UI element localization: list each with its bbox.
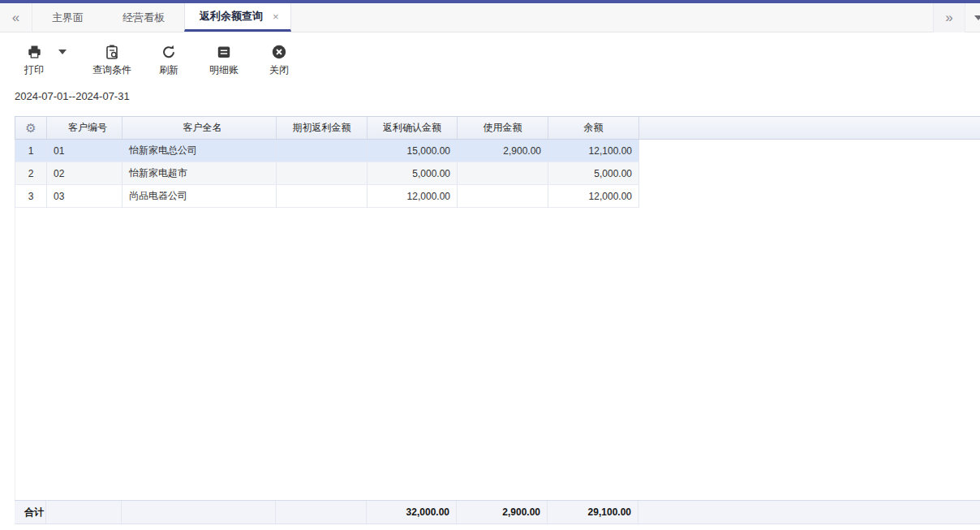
close-button[interactable]: 关闭 — [261, 42, 297, 77]
tabs-scroll-right-icon[interactable]: » — [933, 3, 965, 32]
tab-label: 主界面 — [52, 11, 84, 25]
cell-balance: 5,000.00 — [548, 162, 639, 185]
table-row[interactable]: 3 03 尚品电器公司 12,000.00 12,000.00 — [15, 185, 639, 208]
cell-confirmed-rebate: 12,000.00 — [368, 185, 458, 208]
refresh-button[interactable]: 刷新 — [151, 42, 187, 77]
print-dropdown-caret-icon[interactable] — [58, 50, 67, 54]
query-conditions-label: 查询条件 — [92, 63, 131, 77]
total-empty-cell — [46, 501, 122, 524]
refresh-icon — [161, 42, 177, 60]
total-empty-cell — [276, 501, 367, 524]
total-balance: 29,100.00 — [548, 501, 638, 524]
cell-used-amount: 2,900.00 — [458, 140, 548, 162]
close-circle-icon — [271, 42, 287, 60]
tab-label: 经营看板 — [122, 11, 165, 25]
tab-close-icon[interactable]: × — [273, 11, 279, 22]
tabs-menu-caret-icon[interactable] — [974, 15, 980, 20]
date-range-label: 2024-07-01--2024-07-31 — [15, 90, 130, 102]
col-header-filler — [639, 117, 980, 139]
close-label: 关闭 — [269, 63, 289, 77]
printer-icon — [26, 42, 43, 60]
print-label: 打印 — [24, 63, 44, 77]
cell-customer-no: 02 — [47, 162, 122, 185]
total-empty-cell — [122, 501, 276, 524]
detail-ledger-label: 明细账 — [209, 63, 239, 77]
tab-business-dashboard[interactable]: 经营看板 — [103, 3, 184, 32]
query-conditions-button[interactable]: 查询条件 — [92, 42, 131, 77]
cell-confirmed-rebate: 15,000.00 — [368, 140, 458, 162]
total-confirmed-rebate: 32,000.00 — [367, 501, 457, 524]
table-row[interactable]: 1 01 怡新家电总公司 15,000.00 2,900.00 12,100.0… — [15, 140, 639, 162]
cell-used-amount — [458, 162, 548, 185]
tab-main-screen[interactable]: 主界面 — [32, 3, 103, 32]
table-row[interactable]: 2 02 怡新家电超市 5,000.00 5,000.00 — [15, 162, 639, 185]
col-header-confirmed-rebate[interactable]: 返利确认金额 — [368, 117, 458, 139]
total-used-amount: 2,900.00 — [457, 501, 548, 524]
cell-opening-rebate — [277, 162, 368, 185]
rebate-balance-grid: ⚙ 客户编号 客户全名 期初返利金额 返利确认金额 使用金额 余额 1 01 怡… — [15, 116, 980, 208]
tab-label: 返利余额查询 — [200, 9, 263, 24]
refresh-label: 刷新 — [159, 63, 178, 77]
col-header-customer-name[interactable]: 客户全名 — [122, 117, 277, 139]
row-index: 1 — [15, 140, 47, 162]
cell-balance: 12,000.00 — [548, 185, 639, 208]
row-index: 2 — [15, 162, 47, 185]
cell-customer-no: 03 — [47, 185, 122, 208]
cell-customer-name: 怡新家电超市 — [122, 162, 277, 185]
col-header-balance[interactable]: 余额 — [548, 117, 639, 139]
cell-used-amount — [458, 185, 548, 208]
grid-total-row: 合计 32,000.00 2,900.00 29,100.00 — [15, 500, 980, 524]
detail-ledger-button[interactable]: 明细账 — [206, 42, 242, 77]
cell-confirmed-rebate: 5,000.00 — [368, 162, 458, 185]
grid-left-border — [15, 208, 15, 500]
grid-header-row: ⚙ 客户编号 客户全名 期初返利金额 返利确认金额 使用金额 余额 — [15, 116, 980, 140]
col-header-customer-no[interactable]: 客户编号 — [47, 117, 122, 139]
print-button[interactable]: 打印 — [16, 42, 52, 77]
cell-opening-rebate — [277, 185, 368, 208]
gear-icon[interactable]: ⚙ — [25, 122, 36, 134]
query-conditions-icon — [104, 42, 120, 60]
col-header-used-amount[interactable]: 使用金额 — [458, 117, 548, 139]
detail-ledger-icon — [216, 42, 232, 60]
total-filler — [638, 501, 980, 524]
cell-customer-no: 01 — [47, 140, 122, 162]
cell-opening-rebate — [277, 140, 368, 162]
toolbar: 打印 查询条件 刷新 — [0, 33, 980, 82]
cell-balance: 12,100.00 — [548, 140, 639, 162]
tabs-scroll-left-icon[interactable]: « — [0, 3, 32, 32]
grid-settings-cell[interactable]: ⚙ — [15, 117, 47, 139]
cell-customer-name: 怡新家电总公司 — [122, 140, 277, 162]
total-label: 合计 — [15, 501, 46, 524]
cell-customer-name: 尚品电器公司 — [122, 185, 277, 208]
col-header-opening-rebate[interactable]: 期初返利金额 — [277, 117, 368, 139]
tab-bar: « 主界面 经营看板 返利余额查询 × » — [0, 3, 980, 32]
row-index: 3 — [15, 185, 47, 208]
tab-rebate-balance-query[interactable]: 返利余额查询 × — [184, 3, 291, 32]
